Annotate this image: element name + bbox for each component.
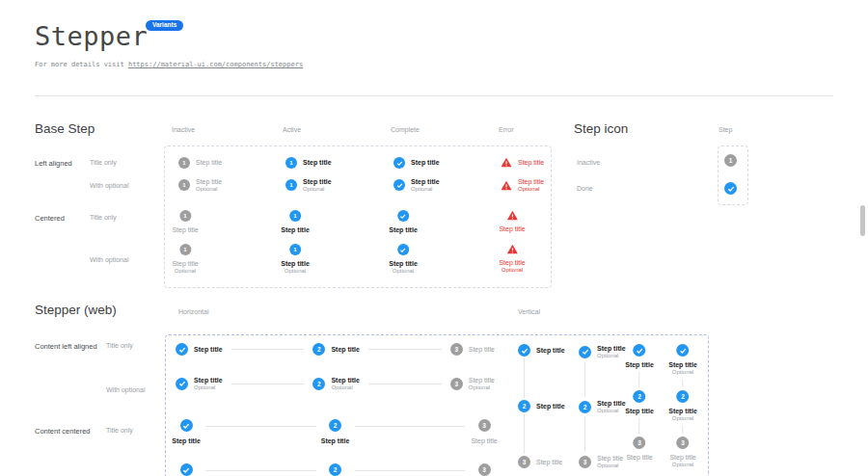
step-title: Step title xyxy=(626,453,652,462)
row-sublabel-title-only: Title only xyxy=(106,427,133,434)
base-step-error-optional: Step titleOptional xyxy=(501,177,544,194)
subtitle-text: For more details visit xyxy=(35,61,128,68)
stepper-step-inactive: 3 Step titleOptional xyxy=(450,376,495,392)
step-title: Step title xyxy=(411,158,440,167)
check-icon xyxy=(176,378,188,390)
step-title: Step title xyxy=(389,225,418,234)
row-label-left-aligned: Left aligned xyxy=(35,159,72,168)
subtitle: For more details visit https://material-… xyxy=(35,61,303,68)
step-connector xyxy=(524,358,525,398)
material-ui-link[interactable]: https://material-ui.com/components/stepp… xyxy=(128,61,303,68)
step-title: Step title xyxy=(597,344,626,353)
base-step-centered-inactive: 1 Step title xyxy=(172,210,198,234)
step-title: Step title xyxy=(597,454,623,463)
step-number-icon: 2 xyxy=(312,343,325,356)
step-connector xyxy=(205,470,316,471)
step-number-icon: 2 xyxy=(329,419,341,432)
step-optional: Optional xyxy=(285,268,306,276)
base-step-centered-error-optional: Step titleOptional xyxy=(499,244,525,275)
step-number-icon: 3 xyxy=(579,456,591,468)
base-step-centered-active-optional: 1 Step titleOptional xyxy=(281,244,310,276)
step-title: Step title xyxy=(196,158,222,167)
check-icon xyxy=(579,346,591,358)
error-icon xyxy=(506,210,518,221)
step-title: Step title xyxy=(668,360,697,369)
horizontal-stepper-centered-with-optional: Step title 2 Step title 3 Step title xyxy=(167,463,503,476)
stepper-step-complete: Step titleOptional xyxy=(579,344,626,360)
error-icon xyxy=(501,180,512,191)
step-connector xyxy=(683,380,684,387)
step-optional: Optional xyxy=(597,463,623,470)
step-title: Step title xyxy=(331,345,360,354)
step-optional: Optional xyxy=(502,267,523,275)
vertical-scrollbar-thumb[interactable] xyxy=(860,205,865,236)
vertical-stepper-title-only: Step title 2 Step title 3 Step title xyxy=(518,344,565,468)
step-title: Step title xyxy=(469,376,495,384)
base-step-centered-complete: Step title xyxy=(389,210,418,234)
step-connector xyxy=(231,349,305,350)
row-sublabel-with-optional: With optional xyxy=(106,386,145,393)
column-header-active: Active xyxy=(283,126,301,133)
check-icon xyxy=(397,210,409,222)
step-connector xyxy=(639,372,640,387)
stepper-step-active: 2 Step titleOptional xyxy=(579,399,626,415)
stepper-step-active: 2 Step titleOptional xyxy=(312,376,360,392)
step-number-icon: 2 xyxy=(312,378,325,390)
step-title: Step title xyxy=(668,407,697,415)
stepper-web-section-title: Stepper (web) xyxy=(35,303,117,317)
stepper-step-active: 2 Step title xyxy=(316,463,355,476)
step-number-icon: 3 xyxy=(450,378,463,390)
step-number-icon: 1 xyxy=(724,154,737,167)
row-sublabel-with-optional: With optional xyxy=(90,182,128,189)
step-number-icon: 1 xyxy=(178,179,190,191)
check-icon xyxy=(518,344,530,357)
step-title: Step title xyxy=(597,399,626,408)
step-connector xyxy=(355,426,466,427)
step-title: Step title xyxy=(389,259,418,268)
column-header-horizontal: Horizontal xyxy=(178,308,209,315)
step-number-icon: 1 xyxy=(178,157,190,169)
row-sublabel-title-only: Title only xyxy=(90,214,117,221)
base-step-centered-error: Step title xyxy=(499,210,525,233)
step-title: Step title xyxy=(194,345,223,354)
step-connector xyxy=(205,426,316,427)
step-title: Step title xyxy=(536,346,565,355)
step-title: Step title xyxy=(331,376,360,384)
step-optional: Optional xyxy=(331,384,360,392)
step-title: Step title xyxy=(303,177,332,186)
vertical-stepper-centered-title-only: Step title 2 Step title 3 Step title xyxy=(625,344,654,462)
variants-badge: Variants xyxy=(146,20,183,31)
step-icon-done xyxy=(724,182,737,195)
step-number-icon: 1 xyxy=(285,157,297,169)
step-number-icon: 3 xyxy=(478,419,491,432)
column-header-complete: Complete xyxy=(391,126,420,133)
column-header-step: Step xyxy=(719,126,732,133)
stepper-step-complete: Step title xyxy=(176,343,223,356)
step-optional: Optional xyxy=(303,186,332,194)
step-connector xyxy=(584,417,585,452)
step-title: Step title xyxy=(471,436,497,445)
step-number-icon: 3 xyxy=(518,456,530,468)
step-title: Step title xyxy=(518,177,544,186)
check-icon xyxy=(176,343,188,356)
stepper-step-active: 2 Step title xyxy=(316,419,355,445)
step-optional: Optional xyxy=(518,186,544,194)
stepper-step-complete: Step title xyxy=(167,419,205,445)
row-label-content-centered: Content centered xyxy=(35,427,91,436)
horizontal-stepper-with-optional: Step titleOptional 2 Step titleOptional … xyxy=(176,376,495,392)
step-optional: Optional xyxy=(196,186,222,194)
horizontal-stepper-centered-title-only: Step title 2 Step title 3 Step title xyxy=(167,419,503,445)
error-icon xyxy=(501,157,512,168)
step-title: Step title xyxy=(172,436,201,445)
step-icon-inactive: 1 xyxy=(724,154,737,167)
step-title: Step title xyxy=(469,345,495,354)
step-number-icon: 1 xyxy=(289,210,301,222)
step-title: Step title xyxy=(625,407,654,415)
step-title: Step title xyxy=(518,158,544,167)
step-optional: Optional xyxy=(175,268,196,276)
step-number-icon: 3 xyxy=(478,463,491,476)
step-number-icon: 2 xyxy=(677,390,690,403)
step-connector xyxy=(368,383,442,384)
base-step-active: 1 Step title xyxy=(285,157,332,169)
base-step-variants-container xyxy=(164,145,552,288)
